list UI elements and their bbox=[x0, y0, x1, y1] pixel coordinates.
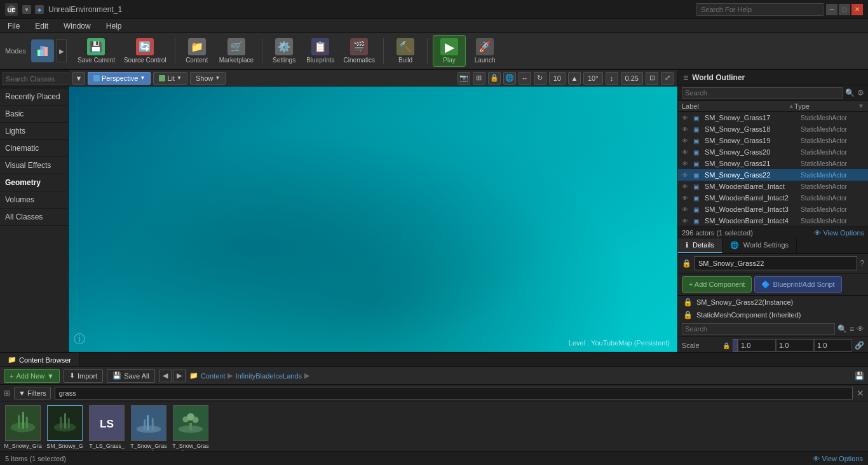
row-type: StaticMeshActor bbox=[801, 126, 864, 133]
table-row[interactable]: 👁 ▣ SM_WoodenBarrel_Intact StaticMeshAct… bbox=[678, 181, 868, 192]
tab-world-settings[interactable]: 🌐 World Settings bbox=[722, 239, 797, 253]
vp-icon-rotate[interactable]: ↻ bbox=[534, 72, 546, 85]
viewport-menu-btn[interactable]: ▼ bbox=[72, 72, 85, 85]
cb-view-options[interactable]: 👁 View Options bbox=[813, 455, 863, 462]
content-browser-tab[interactable]: 📁 Content Browser bbox=[0, 353, 79, 366]
import-button[interactable]: ⬇ Import bbox=[64, 369, 103, 383]
path-infinity-blade[interactable]: InfinityBladeIceLands bbox=[235, 372, 302, 380]
outliner-view-options[interactable]: 👁 View Options bbox=[814, 229, 864, 237]
vp-icon-grid[interactable]: ⊞ bbox=[473, 72, 485, 85]
list-item[interactable]: T_Snow_Grass_Dead B... bbox=[130, 405, 168, 451]
table-row[interactable]: 👁 ▣ SM_Snowy_Grass21 StaticMeshActor bbox=[678, 158, 868, 169]
scale-x-input[interactable] bbox=[738, 339, 776, 352]
vp-icon-snap[interactable]: 🔒 bbox=[488, 72, 501, 85]
row-label: SM_WoodenBarrel_Intact3 bbox=[705, 205, 798, 213]
cinematics-button[interactable]: 🎬 Cinematics bbox=[341, 35, 378, 67]
vp-icon-move[interactable]: ↔ bbox=[519, 72, 531, 85]
sidebar-item-lights[interactable]: Lights bbox=[0, 123, 68, 140]
add-component-button[interactable]: + Add Component bbox=[682, 276, 752, 293]
close-button[interactable]: ✕ bbox=[851, 4, 863, 15]
sidebar-item-cinematic[interactable]: Cinematic bbox=[0, 140, 68, 157]
mesh-icon: ▣ bbox=[693, 206, 702, 213]
outliner-settings-icon[interactable]: ⚙ bbox=[857, 88, 864, 97]
details-eye-icon[interactable]: 👁 bbox=[857, 324, 864, 333]
sidebar-item-all-classes[interactable]: All Classes bbox=[0, 209, 68, 226]
cb-back-button[interactable]: ◀ bbox=[159, 370, 172, 382]
table-row[interactable]: 👁 ▣ SM_WoodenBarrel_Intact4 StaticMeshAc… bbox=[678, 215, 868, 226]
menu-edit[interactable]: Edit bbox=[32, 20, 51, 32]
row-type: StaticMeshActor bbox=[801, 172, 864, 179]
filter-button[interactable]: ▼ Filters bbox=[14, 387, 51, 399]
menu-window[interactable]: Window bbox=[61, 20, 93, 32]
marketplace-button[interactable]: 🛒 Marketplace bbox=[216, 35, 257, 67]
cb-toolbar-save-icon[interactable]: 💾 bbox=[855, 371, 864, 380]
row-type: StaticMeshActor bbox=[801, 218, 864, 225]
show-button[interactable]: Show ▼ bbox=[190, 72, 226, 85]
search-help-input[interactable] bbox=[696, 3, 824, 16]
details-view-icon[interactable]: ≡ bbox=[850, 324, 854, 333]
table-row[interactable]: 👁 ▣ SM_Snowy_Grass20 StaticMeshActor bbox=[678, 146, 868, 158]
build-button[interactable]: 🔨 Build bbox=[389, 35, 422, 67]
viewport[interactable]: ⓘ Level : YouTubeMap (Persistent) bbox=[69, 87, 677, 352]
restore-button[interactable]: □ bbox=[839, 4, 850, 15]
perspective-button[interactable]: Perspective ▼ bbox=[88, 72, 151, 85]
save-current-button[interactable]: 💾 Save Current bbox=[74, 35, 118, 67]
blueprints-button[interactable]: 📋 Blueprints bbox=[303, 35, 337, 67]
sidebar-item-geometry[interactable]: Geometry bbox=[0, 174, 68, 191]
blueprint-script-button[interactable]: 🔷 Blueprint/Add Script bbox=[754, 276, 841, 293]
play-button[interactable]: ▶ Play bbox=[433, 35, 466, 67]
vp-icon-scale[interactable]: ↕ bbox=[606, 72, 618, 85]
vp-icon-tri[interactable]: ▲ bbox=[568, 72, 581, 85]
toolbar-divider-1 bbox=[175, 38, 175, 64]
asset-label: T_Snow_Grass_Flowers A... bbox=[172, 443, 210, 451]
table-row[interactable]: 👁 ▣ SM_WoodenBarrel_Intact3 StaticMeshAc… bbox=[678, 204, 868, 215]
vp-icon-layout[interactable]: ⊡ bbox=[646, 72, 658, 85]
content-browser-search[interactable] bbox=[55, 387, 853, 399]
path-content[interactable]: Content bbox=[201, 372, 226, 380]
modes-icon[interactable] bbox=[31, 39, 54, 62]
list-item[interactable]: T_Snow_Grass_Flowers A... bbox=[172, 405, 210, 451]
settings-button[interactable]: ⚙️ Settings bbox=[268, 35, 301, 67]
list-item[interactable]: SM_Snowy_Grass bbox=[46, 405, 84, 451]
list-item[interactable]: M_Snowy_Grass bbox=[4, 405, 42, 451]
sidebar-item-basic[interactable]: Basic bbox=[0, 106, 68, 123]
outliner-search-input[interactable] bbox=[682, 87, 843, 99]
cb-clear-button[interactable]: ✕ bbox=[857, 388, 864, 398]
instance-item[interactable]: 🔒 SM_Snowy_Grass22(Instance) bbox=[678, 296, 868, 309]
row-type: StaticMeshActor bbox=[801, 195, 864, 202]
toolbar-divider-3 bbox=[383, 38, 384, 64]
table-row[interactable]: 👁 ▣ SM_Snowy_Grass18 StaticMeshActor bbox=[678, 123, 868, 135]
sidebar-item-visual-effects[interactable]: Visual Effects bbox=[0, 157, 68, 174]
scale-y-input[interactable] bbox=[776, 339, 814, 352]
add-new-button[interactable]: + Add New ▼ bbox=[4, 369, 60, 383]
save-all-button[interactable]: 💾 Save All bbox=[107, 369, 155, 383]
sidebar-item-recently-placed[interactable]: Recently Placed bbox=[0, 88, 68, 106]
settings-icon: ⚙️ bbox=[275, 38, 293, 55]
cb-forward-button[interactable]: ▶ bbox=[173, 370, 186, 382]
source-control-button[interactable]: 🔄 Source Control bbox=[121, 35, 170, 67]
details-name-input[interactable] bbox=[694, 256, 857, 270]
table-row[interactable]: 👁 ▣ SM_Snowy_Grass17 StaticMeshActor bbox=[678, 112, 868, 123]
launch-button[interactable]: 🚀 Launch bbox=[468, 35, 501, 67]
menu-file[interactable]: File bbox=[5, 20, 22, 32]
table-row[interactable]: 👁 ▣ SM_WoodenBarrel_Intact2 StaticMeshAc… bbox=[678, 192, 868, 204]
minimize-button[interactable]: ─ bbox=[826, 4, 837, 15]
vp-icon-maximize[interactable]: ⤢ bbox=[661, 72, 674, 85]
static-mesh-component-item[interactable]: 🔒 StaticMeshComponent (Inherited) bbox=[678, 309, 868, 321]
list-item[interactable]: LS T_LS_Grass_01... bbox=[88, 405, 126, 451]
details-search-input[interactable] bbox=[682, 323, 835, 335]
menu-help[interactable]: Help bbox=[104, 20, 125, 32]
content-browser: 📁 Content Browser + Add New ▼ ⬇ Import 💾… bbox=[0, 352, 868, 465]
modes-expand[interactable]: ▶ bbox=[57, 39, 67, 62]
vp-icon-camera[interactable]: 📷 bbox=[458, 72, 470, 85]
table-row[interactable]: 👁 ▣ SM_Snowy_Grass19 StaticMeshActor bbox=[678, 135, 868, 146]
viewport-container: ▼ Perspective ▼ Lit ▼ Show ▼ 📷 ⊞ 🔒 🌐 ↔ ↻ bbox=[69, 70, 677, 352]
lit-button[interactable]: Lit ▼ bbox=[153, 72, 187, 85]
sidebar-item-volumes[interactable]: Volumes bbox=[0, 191, 68, 209]
tab-details[interactable]: ℹ Details bbox=[678, 239, 722, 253]
content-button[interactable]: 📁 Content bbox=[180, 35, 214, 67]
toolbar: Modes ▶ 💾 Save Current 🔄 Source Control … bbox=[0, 33, 868, 70]
table-row[interactable]: 👁 ▣ SM_Snowy_Grass22 StaticMeshActor bbox=[678, 169, 868, 181]
vp-icon-world[interactable]: 🌐 bbox=[503, 72, 516, 85]
scale-z-input[interactable] bbox=[814, 339, 852, 352]
